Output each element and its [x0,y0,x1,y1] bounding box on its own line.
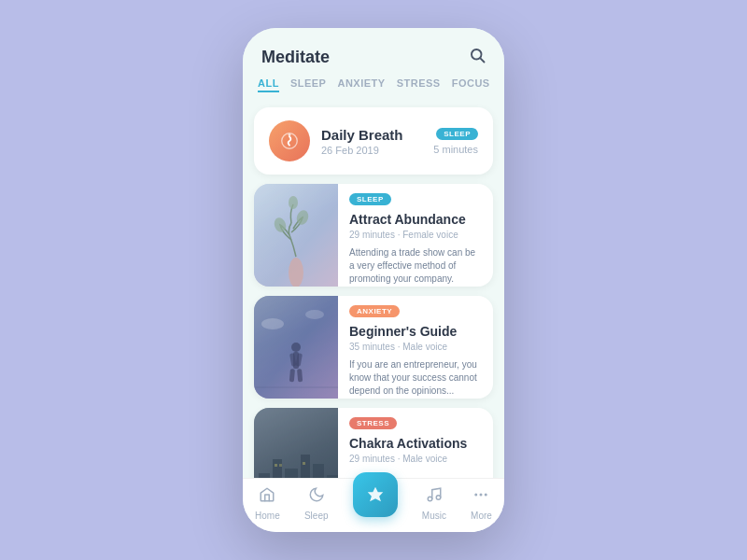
daily-breath-title: Daily Breath [321,127,403,143]
svg-rect-20 [259,473,270,478]
phone-inner: Meditate ALL SLEEP ANXIETY STRESS FOCUS [243,28,504,532]
nav-music[interactable]: Music [422,486,446,521]
beginner-desc: If you are an entrepreneur, you know tha… [349,358,482,398]
sleep-icon [308,486,325,508]
nav-center[interactable] [353,491,398,517]
home-icon [259,486,275,508]
daily-breath-icon [269,120,310,161]
svg-rect-25 [327,475,338,478]
tab-stress[interactable]: STRESS [397,76,441,92]
daily-badge: SLEEP [436,128,478,140]
nav-home[interactable]: Home [255,486,280,521]
session-thumb-chakra [254,408,338,478]
music-label: Music [422,511,446,521]
home-label: Home [255,511,280,521]
header: Meditate [243,28,504,76]
svg-rect-22 [285,469,298,478]
nav-more[interactable]: More [471,486,492,521]
session-thumb-beginner [254,296,338,399]
nav-sleep[interactable]: Sleep [304,486,329,521]
svg-point-8 [289,196,298,209]
chakra-title: Chakra Activations [349,436,482,451]
abundance-desc: Attending a trade show can be a very eff… [349,246,482,286]
daily-right: SLEEP 5 minutes [433,128,478,155]
session-card-abundance[interactable]: SLEEP Attract Abundance 29 minutes · Fem… [254,184,493,287]
abundance-meta: 29 minutes · Female voice [349,230,482,240]
music-icon [426,486,443,508]
tab-all[interactable]: ALL [258,76,279,92]
svg-rect-28 [275,464,277,467]
chakra-meta: 29 minutes · Male voice [349,454,482,464]
search-icon[interactable] [469,47,486,68]
daily-info: Daily Breath 26 Feb 2019 [321,127,403,156]
svg-point-10 [261,318,284,329]
svg-rect-19 [254,408,338,478]
abundance-badge: SLEEP [349,193,391,205]
tab-focus[interactable]: FOCUS [452,76,490,92]
tab-sleep[interactable]: SLEEP [290,76,327,92]
more-label: More [471,511,492,521]
bottom-nav: Home Sleep [243,478,504,532]
tab-anxiety[interactable]: ANXIETY [337,76,385,92]
beginner-title: Beginner's Guide [349,324,482,339]
svg-point-5 [289,258,303,287]
svg-point-3 [289,133,291,136]
sleep-label: Sleep [304,511,329,521]
session-card-chakra[interactable]: STRESS Chakra Activations 29 minutes · M… [254,408,493,478]
daily-breath-date: 26 Feb 2019 [321,145,403,156]
phone-container: Meditate ALL SLEEP ANXIETY STRESS FOCUS [243,28,504,532]
daily-left: Daily Breath 26 Feb 2019 [269,120,403,161]
page-title: Meditate [261,48,330,67]
daily-breath-card[interactable]: Daily Breath 26 Feb 2019 SLEEP 5 minutes [254,107,493,175]
session-info-beginner: ANXIETY Beginner's Guide 35 minutes · Ma… [338,296,493,399]
svg-rect-29 [279,464,282,467]
chakra-badge: STRESS [349,417,397,429]
beginner-badge: ANXIETY [349,305,400,317]
svg-point-33 [428,497,432,501]
daily-duration: 5 minutes [433,144,478,155]
svg-rect-21 [273,459,282,478]
session-info-abundance: SLEEP Attract Abundance 29 minutes · Fem… [338,184,493,287]
session-card-beginner[interactable]: ANXIETY Beginner's Guide 35 minutes · Ma… [254,296,493,399]
svg-rect-23 [301,455,310,478]
center-button[interactable] [353,472,398,517]
more-icon [472,486,489,508]
session-info-chakra: STRESS Chakra Activations 29 minutes · M… [338,408,493,478]
session-thumb-abundance [254,184,338,287]
svg-line-1 [480,58,484,62]
svg-point-34 [436,496,441,500]
svg-rect-24 [313,464,324,478]
svg-point-11 [305,310,324,319]
svg-marker-32 [367,486,383,501]
svg-point-12 [291,343,301,352]
svg-point-36 [480,494,483,497]
content-area: Daily Breath 26 Feb 2019 SLEEP 5 minutes [243,100,504,478]
tabs-container: ALL SLEEP ANXIETY STRESS FOCUS [243,76,504,100]
abundance-title: Attract Abundance [349,212,482,227]
svg-point-35 [475,494,478,497]
svg-rect-30 [303,462,305,465]
svg-point-37 [485,494,487,497]
beginner-meta: 35 minutes · Male voice [349,342,482,352]
